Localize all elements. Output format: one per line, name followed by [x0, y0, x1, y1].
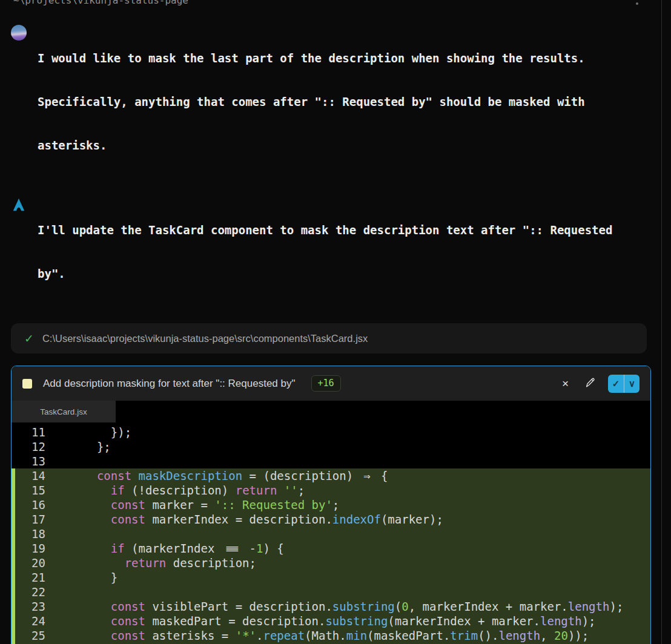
approve-button[interactable]: ✓ [608, 375, 624, 393]
code-line: 21 } [12, 570, 650, 585]
terminal-titlebar: ~\projects\vikunja-status-page [0, 0, 671, 8]
approve-split-button: ✓ ∨ [608, 375, 640, 393]
user-message-text: I would like to mask the last part of th… [38, 22, 585, 182]
line-number: 20 [12, 556, 45, 570]
code-text: if (!description) return ''; [83, 483, 305, 498]
added-lines-badge: +16 [311, 375, 341, 392]
line-number: 12 [12, 439, 45, 454]
added-hunk: 14 const maskDescription = (description)… [12, 468, 650, 644]
code-line: 23 const visiblePart = description.subst… [12, 599, 650, 614]
pencil-icon [584, 377, 596, 389]
file-result: ✓ C:\Users\isaac\projects\vikunja-status… [11, 323, 647, 353]
user-message: I would like to mask the last part of th… [11, 22, 659, 182]
code-line: 14 const maskDescription = (description)… [12, 468, 650, 483]
code-line: 17 const markerIndex = description.index… [12, 512, 650, 527]
edit-button[interactable] [582, 375, 598, 393]
code-line: 12 }; [12, 439, 650, 454]
terminal-title: ~\projects\vikunja-status-page [13, 0, 671, 6]
line-number: 21 [12, 570, 45, 585]
code-line: 22 [12, 585, 650, 599]
code-line: 25 const asterisks = '*'.repeat(Math.min… [12, 628, 650, 643]
kebab-menu-icon[interactable] [636, 2, 638, 5]
code-line: 18 [12, 527, 650, 541]
code-line: 11 }); [12, 425, 650, 439]
code-line: 15 if (!description) return ''; [12, 483, 650, 498]
line-number: 19 [12, 541, 45, 556]
code-text: const maskDescription = (description) ⇒ … [83, 468, 388, 483]
code-text: return description; [83, 556, 256, 570]
line-number: 13 [12, 454, 45, 468]
assistant-message: I'll update the TaskCard component to ma… [11, 194, 659, 310]
approve-options-button[interactable]: ∨ [624, 375, 640, 393]
scrollbar[interactable] [661, 0, 662, 644]
line-number: 16 [12, 498, 45, 512]
line-number: 23 [12, 599, 45, 614]
code-text: const asterisks = '*'.repeat(Math.min(ma… [83, 628, 589, 643]
code-text: const maskedPart = description.substring… [83, 614, 596, 628]
line-number: 24 [12, 614, 45, 628]
code-text: }); [83, 425, 131, 439]
code-line: 24 const maskedPart = description.substr… [12, 614, 650, 628]
close-button[interactable]: × [560, 375, 571, 392]
line-number: 15 [12, 483, 45, 498]
code-line: 13 [12, 454, 650, 468]
assistant-icon [12, 197, 26, 212]
code-text: if (markerIndex ≡ -1) { [83, 541, 284, 556]
code-text: const visiblePart = description.substrin… [83, 599, 623, 614]
diff-panel-header: Add description masking for text after "… [12, 366, 650, 401]
file-type-icon [22, 379, 32, 389]
line-number: 22 [12, 585, 45, 599]
line-number: 17 [12, 512, 45, 527]
diff-panel: Add description masking for text after "… [11, 366, 651, 644]
code-line: 16 const marker = ':: Requested by'; [12, 498, 650, 512]
line-number: 25 [12, 628, 45, 643]
check-icon: ✓ [24, 332, 34, 346]
code-lines: 11 });12 };1314 const maskDescription = … [12, 422, 650, 644]
line-number: 18 [12, 527, 45, 541]
user-avatar [11, 25, 27, 41]
diff-title: Add description masking for text after "… [43, 378, 296, 390]
code-text: } [83, 570, 117, 585]
tab-taskcard-jsx[interactable]: TaskCard.jsx [12, 401, 116, 422]
line-number: 11 [12, 425, 45, 439]
code-text: }; [83, 439, 111, 454]
code-line: 19 if (markerIndex ≡ -1) { [12, 541, 650, 556]
code-text: const markerIndex = description.indexOf(… [83, 512, 443, 527]
code-text: const marker = ':: Requested by'; [83, 498, 339, 512]
code-line: 20 return description; [12, 556, 650, 570]
assistant-message-text: I'll update the TaskCard component to ma… [38, 194, 612, 310]
line-number: 14 [12, 468, 45, 483]
tab-strip: TaskCard.jsx [12, 401, 650, 422]
file-path: C:\Users\isaac\projects\vikunja-status-p… [42, 333, 368, 344]
